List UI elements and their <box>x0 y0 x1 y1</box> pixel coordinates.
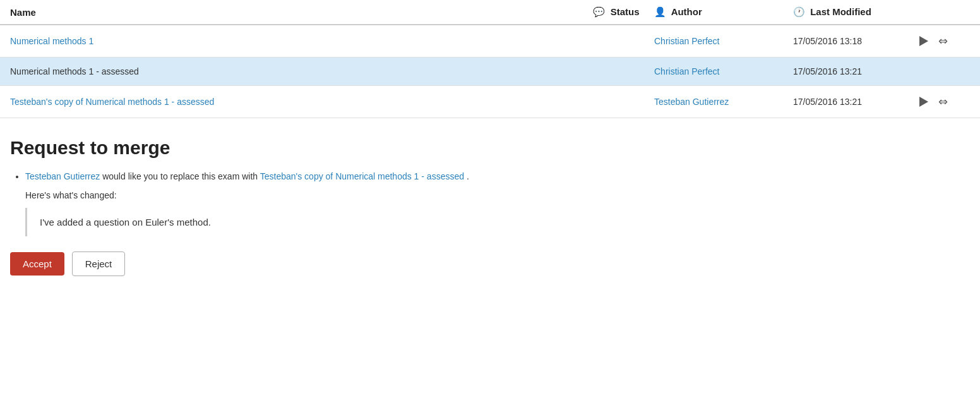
header-last-modified-label: Last Modified <box>810 6 871 17</box>
row3-author: Testeban Gutierrez <box>654 97 793 107</box>
header-last-modified: 🕐 Last Modified <box>793 6 919 18</box>
change-blockquote: I've added a question on Euler's method. <box>25 208 970 236</box>
row1-last-modified: 17/05/2016 13:18 <box>793 36 919 46</box>
row3-name: Testeban's copy of Numerical methods 1 -… <box>10 97 578 107</box>
row1-name-link[interactable]: Numerical methods 1 <box>10 36 93 46</box>
header-status: 💬 Status <box>578 6 654 18</box>
row1-author-link[interactable]: Christian Perfect <box>654 36 719 46</box>
row3-play-icon[interactable] <box>919 97 928 107</box>
status-icon: 💬 <box>593 6 605 18</box>
testeban-link[interactable]: Testeban Gutierrez <box>25 171 100 181</box>
row2-author: Christian Perfect <box>654 66 793 76</box>
merge-title: Request to merge <box>10 137 970 159</box>
merge-list-item: Testeban Gutierrez would like you to rep… <box>25 171 970 181</box>
author-icon: 👤 <box>654 6 666 18</box>
header-name-label: Name <box>10 7 36 18</box>
merge-buttons: Accept Reject <box>10 252 970 276</box>
clock-icon: 🕐 <box>793 6 805 18</box>
table-row: Numerical methods 1 - assessed Christian… <box>0 58 980 86</box>
table-row: Testeban's copy of Numerical methods 1 -… <box>0 86 980 118</box>
change-message: I've added a question on Euler's method. <box>40 217 211 227</box>
row3-actions: ⇔ <box>919 95 970 109</box>
header-author-label: Author <box>671 6 702 17</box>
table-row: Numerical methods 1 Christian Perfect 17… <box>0 25 980 58</box>
row1-play-icon[interactable] <box>919 36 928 46</box>
accept-button[interactable]: Accept <box>10 252 64 276</box>
row1-name: Numerical methods 1 <box>10 36 578 46</box>
header-name: Name <box>10 7 578 18</box>
row1-arrows-icon[interactable]: ⇔ <box>938 34 948 48</box>
row2-last-modified: 17/05/2016 13:21 <box>793 66 919 76</box>
row2-author-link[interactable]: Christian Perfect <box>654 66 719 76</box>
bullet-mid-text: would like you to replace this exam with <box>100 171 260 181</box>
header-status-label: Status <box>611 6 640 17</box>
table-header: Name 💬 Status 👤 Author 🕐 Last Modified <box>0 0 980 25</box>
reject-button[interactable]: Reject <box>72 252 126 276</box>
heres-changed-text: Here's what's changed: <box>25 190 970 200</box>
row2-name: Numerical methods 1 - assessed <box>10 66 578 76</box>
merge-section: Request to merge Testeban Gutierrez woul… <box>0 118 980 289</box>
row1-author: Christian Perfect <box>654 36 793 46</box>
copy-link[interactable]: Testeban's copy of Numerical methods 1 -… <box>260 171 464 181</box>
row3-last-modified: 17/05/2016 13:21 <box>793 97 919 107</box>
row1-actions: ⇔ <box>919 34 970 48</box>
row2-name-text: Numerical methods 1 - assessed <box>10 66 139 76</box>
row3-arrows-icon[interactable]: ⇔ <box>938 95 948 109</box>
header-author: 👤 Author <box>654 6 793 18</box>
bullet-post-text: . <box>464 171 469 181</box>
row3-author-link[interactable]: Testeban Gutierrez <box>654 97 729 107</box>
merge-list: Testeban Gutierrez would like you to rep… <box>10 171 970 181</box>
row3-name-link[interactable]: Testeban's copy of Numerical methods 1 -… <box>10 97 214 107</box>
